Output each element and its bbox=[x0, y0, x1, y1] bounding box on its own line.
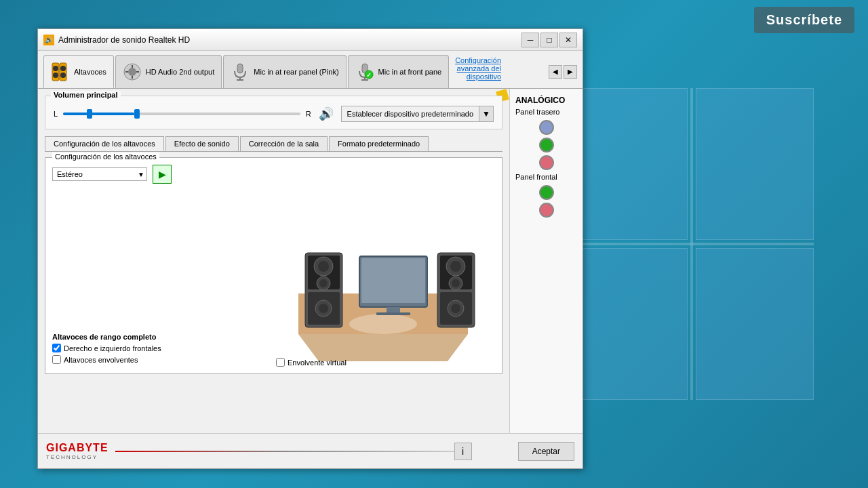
mute-icon[interactable]: 🔊 bbox=[317, 104, 336, 123]
speaker-config-label: Configuración de los altavoces bbox=[52, 152, 159, 161]
tab-hd-audio[interactable]: HD Audio 2nd output bbox=[115, 55, 222, 88]
svg-point-37 bbox=[452, 279, 460, 287]
gigabyte-branding: GIGABYTE TECHNOLOGY i bbox=[46, 442, 472, 460]
right-panel: ANALÓGICO Panel trasero Panel frontal bbox=[509, 89, 583, 433]
tab-mic-rear[interactable]: Mic in at rear panel (Pink) bbox=[223, 55, 346, 88]
close-button[interactable]: ✕ bbox=[559, 33, 577, 47]
play-test-button[interactable]: ▶ bbox=[153, 165, 172, 184]
jack-rear-pink[interactable] bbox=[539, 155, 554, 170]
tab-prev-button[interactable]: ◀ bbox=[549, 65, 562, 79]
svg-rect-8 bbox=[237, 64, 243, 73]
checkboxes-area: Altavoces de rango completo Derecho e iz… bbox=[52, 333, 161, 367]
establish-default-button[interactable]: Establecer dispositivo predeterminado ▼ bbox=[341, 106, 494, 122]
volume-section: Volumen principal L R 🔊 Establecer dispo… bbox=[45, 96, 502, 129]
window-controls: ─ □ ✕ bbox=[521, 33, 577, 47]
check-envolventes: Altavoces envolventes bbox=[52, 355, 161, 364]
sub-tab-bar: Configuración de los altavoces Efecto de… bbox=[45, 136, 502, 152]
svg-rect-31 bbox=[376, 312, 410, 315]
speaker-svg bbox=[271, 185, 495, 361]
sub-tab-formato[interactable]: Formato predeterminado bbox=[329, 136, 429, 151]
accept-button[interactable]: Aceptar bbox=[518, 442, 574, 461]
analog-title: ANALÓGICO bbox=[515, 96, 577, 105]
content-area: Volumen principal L R 🔊 Establecer dispo… bbox=[38, 89, 583, 433]
panel-front-label: Panel frontal bbox=[515, 173, 577, 181]
subscribe-button[interactable]: Suscríbete bbox=[754, 7, 854, 33]
altavoces-icon bbox=[51, 62, 70, 81]
app-icon: 🔊 bbox=[43, 35, 54, 45]
svg-rect-4 bbox=[60, 66, 66, 71]
bottom-bar: GIGABYTE TECHNOLOGY i Aceptar bbox=[38, 433, 583, 468]
establish-text: Establecer dispositivo predeterminado bbox=[342, 106, 479, 121]
svg-rect-2 bbox=[53, 73, 58, 78]
info-button[interactable]: i bbox=[454, 443, 472, 460]
sub-tab-efecto[interactable]: Efecto de sonido bbox=[165, 136, 239, 151]
checkbox-virtual[interactable] bbox=[276, 358, 285, 367]
minimize-button[interactable]: ─ bbox=[521, 33, 539, 47]
advanced-config-link[interactable]: Configuración avanzada del dispositivo bbox=[433, 56, 501, 81]
tab-nav-arrows: ◀ ▶ bbox=[549, 55, 577, 88]
volume-slider-track[interactable] bbox=[63, 113, 300, 115]
virtual-surround-label: Envolvente virtual bbox=[288, 359, 347, 367]
svg-rect-0 bbox=[52, 63, 59, 81]
check-frontales-label: Derecho e izquierdo frontales bbox=[64, 344, 161, 352]
logo-line bbox=[115, 451, 454, 452]
svg-point-18 bbox=[349, 314, 417, 334]
sub-tab-config[interactable]: Configuración de los altavoces bbox=[45, 136, 164, 151]
volume-label: Volumen principal bbox=[51, 91, 121, 99]
gigabyte-name: GIGABYTE bbox=[46, 442, 108, 454]
hd-audio-icon bbox=[123, 62, 142, 81]
svg-point-22 bbox=[318, 261, 329, 272]
checkbox-frontales[interactable] bbox=[52, 344, 61, 352]
panel-rear-label: Panel trasero bbox=[515, 108, 577, 116]
speaker-config-panel: Configuración de los altavoces Estéreo C… bbox=[45, 157, 502, 374]
svg-point-27 bbox=[319, 304, 328, 313]
virtual-surround-area: Envolvente virtual bbox=[276, 358, 347, 367]
config-row: Estéreo Cuadrafónico 5.1 Surround 7.1 Su… bbox=[52, 165, 495, 184]
svg-point-35 bbox=[450, 261, 461, 272]
dialog-title: Administrador de sonido Realtek HD bbox=[58, 35, 521, 45]
jack-rear-green[interactable] bbox=[539, 138, 554, 152]
tab-hd-audio-label: HD Audio 2nd output bbox=[146, 68, 215, 76]
establish-arrow[interactable]: ▼ bbox=[479, 106, 493, 121]
left-panel: Volumen principal L R 🔊 Establecer dispo… bbox=[38, 89, 509, 433]
windows-logo-decoration bbox=[570, 88, 814, 400]
volume-thumb-left[interactable] bbox=[87, 109, 92, 119]
fullrange-label: Altavoces de rango completo bbox=[52, 333, 161, 341]
svg-rect-3 bbox=[60, 63, 66, 81]
svg-rect-1 bbox=[53, 66, 58, 71]
titlebar: 🔊 Administrador de sonido Realtek HD ─ □… bbox=[38, 29, 583, 51]
jack-front-pink[interactable] bbox=[539, 203, 554, 218]
jack-front-green[interactable] bbox=[539, 185, 554, 200]
mic-front-icon: ✓ bbox=[355, 62, 374, 81]
svg-point-24 bbox=[319, 279, 328, 287]
speaker-visualization bbox=[271, 185, 495, 361]
tab-mic-rear-label: Mic in at rear panel (Pink) bbox=[254, 68, 338, 76]
tab-mic-front-label: Mic in at front pane bbox=[378, 68, 442, 76]
volume-right-label: R bbox=[306, 110, 311, 118]
maximize-button[interactable]: □ bbox=[540, 33, 558, 47]
volume-thumb-right[interactable] bbox=[134, 109, 140, 119]
check-frontales: Derecho e izquierdo frontales bbox=[52, 344, 161, 352]
svg-text:✓: ✓ bbox=[366, 72, 372, 79]
gigabyte-sub: TECHNOLOGY bbox=[46, 454, 108, 460]
mic-rear-icon bbox=[231, 62, 250, 81]
check-envolventes-label: Altavoces envolventes bbox=[64, 356, 138, 364]
tab-altavoces-label: Altavoces bbox=[74, 68, 106, 76]
tab-next-button[interactable]: ▶ bbox=[564, 65, 577, 79]
jack-rear-blue[interactable] bbox=[539, 120, 554, 135]
tab-altavoces[interactable]: Altavoces bbox=[43, 55, 114, 88]
speaker-select-wrapper: Estéreo Cuadrafónico 5.1 Surround 7.1 Su… bbox=[52, 167, 147, 181]
svg-rect-5 bbox=[60, 73, 66, 78]
sub-tab-correccion[interactable]: Corrección de la sala bbox=[240, 136, 328, 151]
volume-controls: L R 🔊 Establecer dispositivo predetermin… bbox=[54, 104, 494, 123]
checkbox-envolventes[interactable] bbox=[52, 355, 61, 364]
speaker-select[interactable]: Estéreo Cuadrafónico 5.1 Surround 7.1 Su… bbox=[52, 167, 147, 181]
svg-marker-16 bbox=[298, 334, 468, 361]
svg-point-7 bbox=[128, 68, 136, 76]
svg-rect-29 bbox=[361, 258, 425, 303]
gigabyte-logo: GIGABYTE TECHNOLOGY bbox=[46, 442, 108, 460]
volume-left-label: L bbox=[54, 110, 58, 118]
main-tab-bar: Altavoces HD Audio 2nd output Mic in a bbox=[38, 51, 583, 89]
volume-fill bbox=[63, 113, 134, 115]
realtek-dialog: 🔊 Administrador de sonido Realtek HD ─ □… bbox=[37, 28, 583, 469]
